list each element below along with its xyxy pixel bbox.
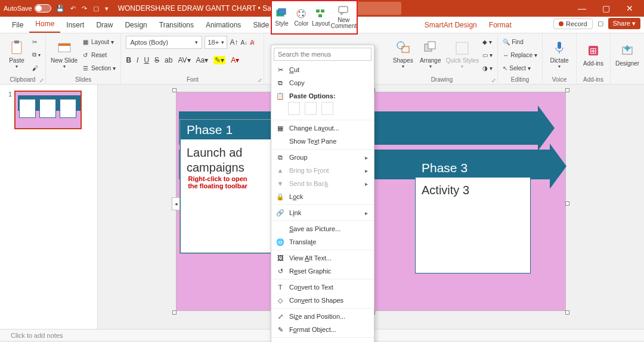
ctx-change-layout[interactable]: ▦Change Layout... [271,122,374,135]
italic-button[interactable]: I [137,56,138,64]
tab-transitions[interactable]: Transitions [153,17,200,33]
increase-font-icon[interactable]: A↑ [230,38,238,46]
ctx-size-position[interactable]: ⤢Size and Position... [271,310,374,323]
section-button[interactable]: ☰Section ▾ [81,62,116,74]
ctx-show-text-pane[interactable]: Show Text Pane [271,135,374,148]
reset-button[interactable]: ↺Reset [81,49,116,61]
dialog-launcher-icon[interactable]: ⤢ [258,77,262,83]
undo-icon[interactable]: ↶ [70,5,76,13]
close-button[interactable]: ✕ [619,4,640,13]
dialog-launcher-icon[interactable]: ⤢ [39,77,44,83]
save-icon[interactable]: 💾 [56,5,64,13]
group-label-designer [615,76,639,84]
mini-style-button[interactable]: Style [272,1,292,33]
find-label: Find [512,39,523,45]
maximize-button[interactable]: ▢ [595,4,617,13]
ctx-reset-graphic[interactable]: ↺Reset Graphic [271,265,374,278]
find-button[interactable]: 🔍Find [503,36,537,48]
ctx-group[interactable]: ⧉Group▸ [271,151,374,164]
ctx-save-as-picture[interactable]: Save as Picture... [271,222,374,235]
dictate-button[interactable]: Dictate▾ [547,36,571,73]
tab-draw[interactable]: Draw [90,17,119,33]
paste-option-1[interactable] [288,102,300,115]
tab-smartart-design[interactable]: SmartArt Design [419,17,483,33]
paste-option-3[interactable] [321,102,333,115]
ctx-new-comment[interactable]: 💬New Comment [271,339,374,342]
toggle-switch-icon[interactable] [35,4,51,13]
font-size-dropdown[interactable]: 18+▾ [205,36,227,49]
dictate-label: Dictate [550,57,568,64]
ctx-convert-to-shapes[interactable]: ◇Convert to Shapes [271,294,374,307]
start-slideshow-icon[interactable]: ▢ [93,5,99,13]
clear-formatting-icon[interactable]: A̷ [250,39,255,46]
shape-fill-button[interactable]: ◆▾ [482,36,493,48]
tab-insert[interactable]: Insert [60,17,90,33]
mini-color-button[interactable]: Color [292,1,311,33]
effects-icon: ◑ [482,65,488,71]
smartart-node-phase3[interactable]: Phase 3 Activity 3 [415,158,531,273]
redo-icon[interactable]: ↷ [82,5,87,13]
font-color-button[interactable]: A▾ [231,56,239,64]
svg-point-5 [302,14,304,16]
bold-button[interactable]: B [126,56,131,64]
format-painter-button[interactable]: 🖌 [32,62,41,74]
layout-icon: ▦ [81,38,89,46]
font-family-dropdown[interactable]: Aptos (Body)▾ [126,36,202,49]
context-menu: ✂Cut ⧉Copy 📋Paste Options: ▦Change Layou… [271,45,374,342]
record-button[interactable]: Record [553,18,592,29]
new-slide-button[interactable]: New Slide▾ [51,36,78,73]
svg-point-15 [397,42,404,49]
copy-button[interactable]: ⧉▾ [32,49,41,61]
highlight-button[interactable]: ✎▾ [213,56,225,64]
replace-button[interactable]: ↔Replace ▾ [503,49,537,61]
ctx-view-alt-text[interactable]: 🖼View Alt Text... [271,251,374,265]
shape-outline-button[interactable]: ▭▾ [482,49,493,61]
character-spacing-button[interactable]: AV▾ [178,56,190,64]
tab-file[interactable]: File [6,17,29,33]
underline-button[interactable]: U [144,56,149,64]
layout-button[interactable]: ▦Layout ▾ [81,36,116,48]
shapes-button[interactable]: Shapes▾ [391,36,415,73]
ctx-link[interactable]: 🔗Link▸ [271,206,374,219]
tab-format[interactable]: Format [483,17,518,33]
mini-new-comment-button[interactable]: New Comment [331,1,357,33]
shadow-button[interactable]: ab [165,56,172,64]
svg-rect-14 [58,43,70,46]
present-mode-icon[interactable]: ▢ [597,20,603,27]
ctx-format-object[interactable]: ✎Format Object... [271,323,374,336]
group-label-drawing: Drawing [391,76,493,84]
group-icon: ⧉ [276,154,284,161]
tab-home[interactable]: Home [29,16,60,33]
tab-design[interactable]: Design [119,17,153,33]
ctx-lock[interactable]: 🔒Lock [271,190,374,203]
context-menu-search[interactable] [274,48,371,61]
decrease-font-icon[interactable]: A↓ [240,39,247,46]
addins-button[interactable]: ⊞Add-ins [581,36,605,73]
change-case-button[interactable]: Aa▾ [196,56,209,64]
cut-button[interactable]: ✂ [32,36,41,48]
share-button[interactable]: Share ▾ [608,18,640,29]
minimize-button[interactable]: ― [571,4,593,13]
paste-button[interactable]: Paste▾ [5,36,29,73]
ctx-convert-to-text[interactable]: TConvert to Text [271,281,374,294]
qat-dropdown-icon[interactable]: ▾ [105,5,109,13]
ctx-cut[interactable]: ✂Cut [271,63,374,76]
smartart-prev-button[interactable]: ◂ [172,197,180,210]
slide-thumbnail-1[interactable] [14,91,82,129]
designer-button[interactable]: Designer [615,36,639,73]
paste-option-2[interactable] [305,102,317,115]
ctx-translate[interactable]: 🌐Translate [271,235,374,248]
strikethrough-button[interactable]: S [154,56,159,64]
shapes-icon: ◇ [276,297,284,304]
shape-effects-button[interactable]: ◑▾ [482,62,493,74]
arrange-button[interactable]: Arrange▾ [419,36,442,73]
autosave-toggle[interactable]: AutoSave [4,4,51,13]
dialog-launcher-icon[interactable]: ⤢ [491,77,496,83]
quick-styles-button[interactable]: Quick Styles▾ [446,36,479,73]
mini-layout-button[interactable]: Layout [311,1,331,33]
svg-rect-16 [402,46,409,52]
new-slide-icon [56,40,73,57]
select-button[interactable]: ↖Select ▾ [503,62,537,74]
tab-animations[interactable]: Animations [200,17,247,33]
ctx-copy[interactable]: ⧉Copy [271,76,374,89]
